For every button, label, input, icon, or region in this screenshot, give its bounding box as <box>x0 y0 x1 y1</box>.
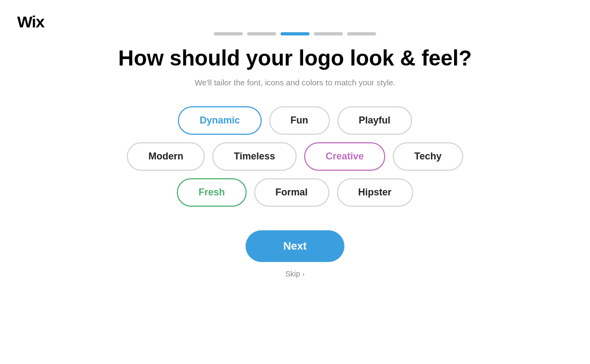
option-timeless[interactable]: Timeless <box>212 142 297 171</box>
logo-text: Wix <box>17 13 44 31</box>
progress-step-1 <box>214 32 243 35</box>
option-dynamic[interactable]: Dynamic <box>178 106 261 135</box>
progress-step-5 <box>347 32 376 35</box>
option-modern[interactable]: Modern <box>127 142 205 171</box>
option-techy[interactable]: Techy <box>393 142 463 171</box>
subtitle: We'll tailor the font, icons and colors … <box>195 78 395 87</box>
option-creative[interactable]: Creative <box>304 142 385 171</box>
wix-logo: Wix <box>17 13 44 31</box>
skip-label: Skip <box>285 270 300 278</box>
option-playful[interactable]: Playful <box>337 106 412 135</box>
page-title: How should your logo look & feel? <box>118 46 472 70</box>
options-container: Dynamic Fun Playful Modern Timeless Crea… <box>127 106 463 207</box>
progress-step-4 <box>314 32 343 35</box>
chevron-right-icon: › <box>302 270 304 278</box>
progress-step-2 <box>247 32 276 35</box>
skip-link[interactable]: Skip › <box>285 270 305 278</box>
progress-step-3 <box>280 32 310 35</box>
main-content: How should your logo look & feel? We'll … <box>0 46 590 278</box>
options-row-3: Fresh Formal Hipster <box>177 178 413 207</box>
options-row-2: Modern Timeless Creative Techy <box>127 142 463 171</box>
option-formal[interactable]: Formal <box>254 178 329 207</box>
option-fun[interactable]: Fun <box>269 106 330 135</box>
option-hipster[interactable]: Hipster <box>337 178 413 207</box>
option-fresh[interactable]: Fresh <box>177 178 246 207</box>
options-row-1: Dynamic Fun Playful <box>178 106 412 135</box>
next-button[interactable]: Next <box>246 230 344 262</box>
progress-bar <box>0 32 590 35</box>
